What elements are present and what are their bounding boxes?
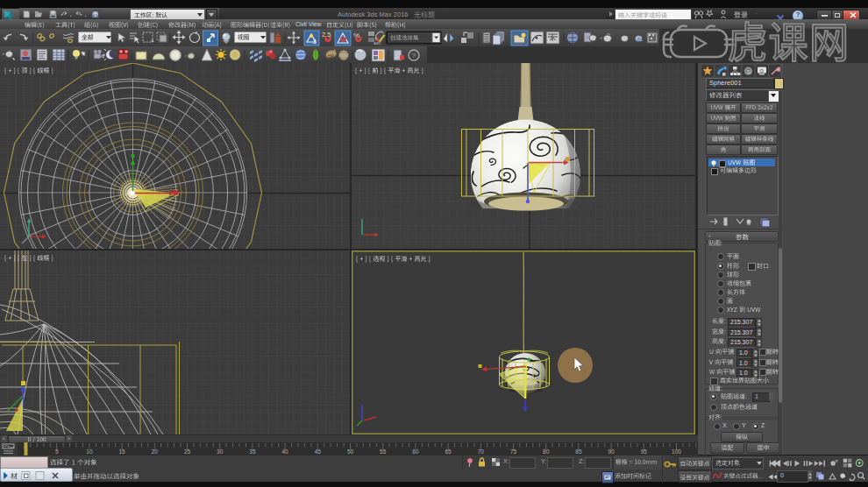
svg-text:70: 70: [478, 448, 485, 455]
svg-text:O: O: [760, 68, 765, 74]
svg-text:75: 75: [510, 448, 517, 455]
svg-text:55: 55: [380, 448, 387, 455]
svg-text:90: 90: [608, 448, 615, 455]
svg-text:30: 30: [217, 448, 224, 455]
svg-text:35: 35: [249, 448, 256, 455]
svg-text:80: 80: [543, 448, 550, 455]
svg-text:HP: HP: [328, 53, 335, 59]
svg-text:95: 95: [641, 448, 648, 455]
svg-text:50: 50: [347, 448, 354, 455]
svg-text:ABC: ABC: [374, 41, 381, 46]
svg-text:40: 40: [281, 448, 288, 455]
svg-text:20: 20: [152, 448, 159, 455]
svg-text:15: 15: [118, 448, 125, 455]
svg-text:3: 3: [313, 39, 317, 45]
svg-text:5: 5: [55, 448, 59, 455]
svg-text:60: 60: [412, 448, 419, 455]
svg-text:25: 25: [184, 448, 191, 455]
svg-text:S: S: [747, 69, 751, 74]
svg-text:10: 10: [86, 448, 93, 455]
svg-text:45: 45: [315, 448, 322, 455]
svg-text:100: 100: [672, 448, 681, 455]
svg-text:65: 65: [445, 448, 452, 455]
svg-text:85: 85: [575, 448, 582, 455]
svg-text:?: ?: [412, 52, 416, 60]
